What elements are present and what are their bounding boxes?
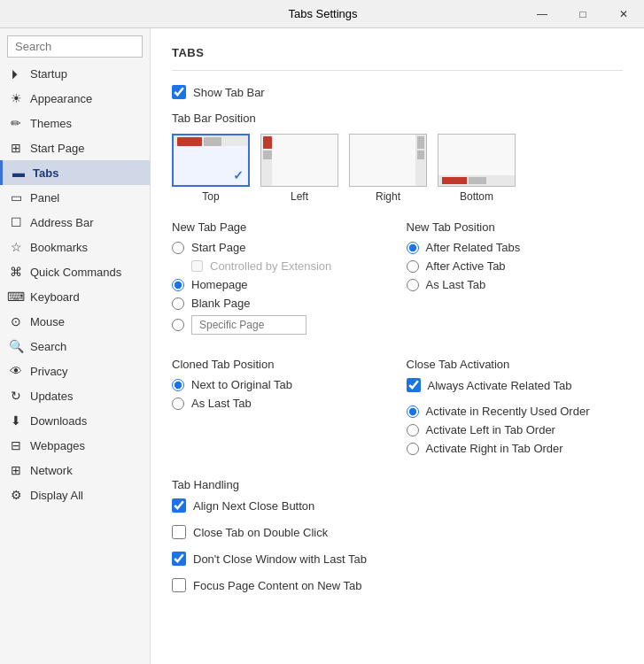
sidebar-item-bookmarks[interactable]: ☆Bookmarks (0, 235, 150, 259)
new-tab-specific-radio[interactable] (172, 319, 184, 331)
close-double-click-row: Close Tab on Double Click (172, 525, 623, 539)
new-tab-start-page-radio[interactable] (172, 242, 184, 254)
new-tab-controlled-label: Controlled by Extension (210, 259, 331, 273)
tab-position-left[interactable]: Left (260, 134, 338, 203)
panel-icon: ▭ (9, 190, 23, 205)
align-next-close-label: Align Next Close Button (193, 499, 314, 513)
tab-position-top-box[interactable] (172, 134, 250, 187)
downloads-icon: ⬇ (9, 413, 23, 428)
ntp-after-active-radio[interactable] (407, 260, 419, 273)
align-next-close-checkbox[interactable] (172, 498, 186, 513)
cloned-tab-position-col: Cloned Tab Position Next to Original Tab… (172, 358, 389, 460)
ntp-after-related-row: After Related Tabs (407, 241, 624, 254)
dont-close-window-checkbox[interactable] (172, 552, 186, 566)
sidebar-item-start-page[interactable]: ⊞Start Page (0, 135, 150, 160)
sidebar-item-tabs[interactable]: ▬Tabs (0, 160, 150, 185)
ntp-after-active-row: After Active Tab (407, 259, 624, 273)
tab-position-right[interactable]: Right (349, 134, 427, 203)
new-tab-homepage-label: Homepage (191, 278, 248, 291)
main-layout: ⏵Startup☀Appearance✏Themes⊞Start Page▬Ta… (0, 28, 644, 664)
always-activate-related-row: Always Activate Related Tab (407, 378, 624, 392)
cta-left-row: Activate Left in Tab Order (407, 423, 624, 436)
sidebar-item-webpages[interactable]: ⊟Webpages (0, 433, 150, 458)
ctp-last-row: As Last Tab (172, 397, 389, 410)
sidebar-item-label-bookmarks: Bookmarks (30, 241, 88, 254)
ntp-as-last-row: As Last Tab (407, 278, 624, 291)
ctp-next-row: Next to Original Tab (172, 378, 389, 391)
sidebar-item-privacy[interactable]: 👁Privacy (0, 359, 150, 383)
ntp-as-last-label: As Last Tab (426, 278, 486, 291)
sidebar-item-themes[interactable]: ✏Themes (0, 111, 150, 135)
new-tab-homepage-row: Homepage (172, 278, 389, 291)
show-tab-bar-label: Show Tab Bar (193, 86, 265, 99)
minimize-button[interactable]: — (522, 0, 563, 28)
show-tab-bar-checkbox[interactable] (172, 85, 186, 99)
tab-position-bottom-box[interactable] (438, 134, 516, 187)
ntp-as-last-radio[interactable] (407, 279, 419, 291)
search-input[interactable] (7, 35, 143, 58)
sidebar-item-address-bar[interactable]: ☐Address Bar (0, 210, 150, 235)
sidebar: ⏵Startup☀Appearance✏Themes⊞Start Page▬Ta… (0, 28, 151, 664)
tab-position-top[interactable]: Top (172, 134, 250, 203)
new-tab-homepage-radio[interactable] (172, 279, 184, 291)
quick-commands-icon: ⌘ (9, 265, 23, 279)
tab-position-right-box[interactable] (349, 134, 427, 187)
new-tab-controlled-checkbox (191, 260, 203, 272)
sidebar-item-startup[interactable]: ⏵Startup (0, 61, 150, 86)
ctp-next-radio[interactable] (172, 379, 184, 391)
sidebar-item-keyboard[interactable]: ⌨Keyboard (0, 284, 150, 309)
sidebar-item-appearance[interactable]: ☀Appearance (0, 86, 150, 111)
close-double-click-checkbox[interactable] (172, 525, 186, 539)
close-double-click-label: Close Tab on Double Click (193, 526, 328, 539)
sidebar-item-downloads[interactable]: ⬇Downloads (0, 408, 150, 433)
tab-position-left-box[interactable] (260, 134, 338, 187)
bookmarks-icon: ☆ (9, 240, 23, 254)
sidebar-item-quick-commands[interactable]: ⌘Quick Commands (0, 259, 150, 284)
tabs-icon: ▬ (12, 166, 26, 180)
dont-close-window-row: Don't Close Window with Last Tab (172, 552, 623, 566)
tab-position-bottom[interactable]: Bottom (438, 134, 516, 203)
specific-page-input[interactable] (191, 315, 306, 335)
sidebar-item-label-start-page: Start Page (30, 142, 84, 155)
new-tab-page-title: New Tab Page (172, 220, 389, 234)
cta-recently-used-radio[interactable] (407, 405, 419, 418)
tab-position-top-label: Top (202, 190, 219, 203)
cta-left-radio[interactable] (407, 424, 419, 436)
sidebar-item-search[interactable]: 🔍Search (0, 334, 150, 359)
new-tab-blank-row: Blank Page (172, 297, 389, 310)
tab-positions-group: Top Left R (172, 134, 623, 203)
sidebar-item-label-search: Search (30, 340, 66, 353)
close-tab-activation-title: Close Tab Activation (407, 358, 624, 371)
maximize-button[interactable]: □ (563, 0, 603, 28)
sidebar-item-panel[interactable]: ▭Panel (0, 185, 150, 210)
content-area: TABS Show Tab Bar Tab Bar Position Top (151, 28, 644, 664)
align-next-close-row: Align Next Close Button (172, 498, 623, 513)
new-tab-blank-radio[interactable] (172, 297, 184, 310)
ntp-after-related-label: After Related Tabs (426, 241, 521, 254)
sidebar-item-mouse[interactable]: ⊙Mouse (0, 309, 150, 334)
mouse-icon: ⊙ (9, 314, 23, 328)
sidebar-item-label-tabs: Tabs (33, 166, 58, 180)
ntp-after-related-radio[interactable] (407, 242, 419, 254)
sidebar-item-display-all[interactable]: ⚙Display All (0, 483, 150, 507)
search-icon: 🔍 (9, 339, 23, 353)
tab-position-left-label: Left (291, 190, 308, 203)
display-all-icon: ⚙ (9, 488, 23, 502)
close-button[interactable]: ✕ (603, 0, 644, 28)
focus-page-content-row: Focus Page Content on New Tab (172, 578, 623, 592)
updates-icon: ↻ (9, 389, 23, 403)
address-bar-icon: ☐ (9, 215, 23, 229)
focus-page-content-checkbox[interactable] (172, 578, 186, 592)
sidebar-item-network[interactable]: ⊞Network (0, 458, 150, 483)
new-tab-position-col: New Tab Position After Related Tabs Afte… (407, 220, 624, 340)
cta-left-label: Activate Left in Tab Order (426, 423, 555, 436)
ctp-last-radio[interactable] (172, 398, 184, 410)
start-page-icon: ⊞ (9, 141, 23, 155)
window-title: Tabs Settings (124, 7, 522, 20)
sidebar-item-updates[interactable]: ↻Updates (0, 383, 150, 408)
ntp-after-active-label: After Active Tab (426, 259, 506, 273)
always-activate-related-checkbox[interactable] (407, 378, 421, 392)
sidebar-item-label-mouse: Mouse (30, 315, 65, 328)
cta-right-radio[interactable] (407, 443, 419, 455)
sidebar-item-label-startup: Startup (30, 67, 67, 81)
